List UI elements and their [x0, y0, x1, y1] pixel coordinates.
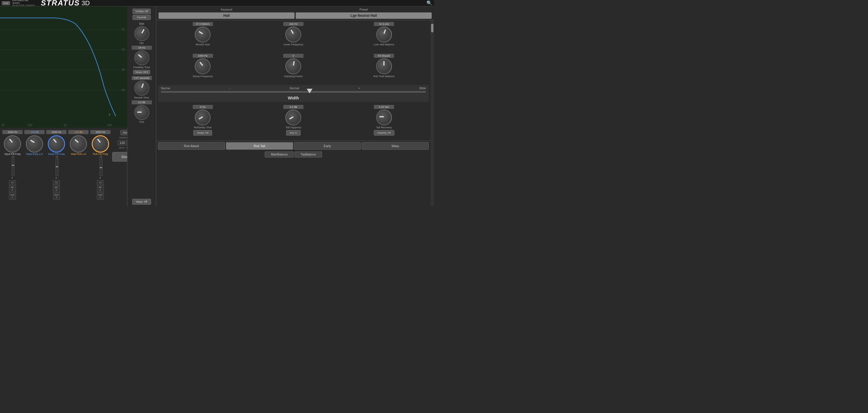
svg-text:2K: 2K [64, 124, 67, 127]
width-labels: Narrow - Normal + Wide [161, 87, 426, 90]
rvb-delay-tempo-btn[interactable]: Tempo: Off [193, 130, 212, 136]
rvb-time-balance-knob[interactable] [376, 58, 392, 74]
low-mid-value: 34 (Low) [374, 22, 394, 26]
tempo-off-button[interactable]: Tempo: Off ▾ [133, 70, 150, 74]
xover-freq-knob[interactable] [285, 27, 301, 42]
main-content: Top L Rear Top L Side Top Left Left L Si… [0, 6, 434, 206]
damping-factor-knob[interactable] [285, 58, 301, 74]
wet-mix-unit: Wet Mix [134, 22, 149, 44]
mast-rvb-label: Mast Rvb Lvl [71, 152, 86, 156]
bpm-display[interactable]: 120 [118, 140, 127, 145]
low-mid-knob[interactable] [376, 27, 392, 42]
keyword-value[interactable]: Hall [159, 12, 294, 19]
preset-bar: Keyword Hall Preset Lge Neutral Hall [156, 6, 434, 20]
rvb-12db-btn[interactable]: 12 [97, 180, 104, 185]
mast-early-knob[interactable] [26, 135, 43, 152]
wet-mix-knob[interactable] [134, 26, 149, 41]
keyword-section: Keyword Hall [159, 7, 294, 19]
rvb-filt-value: 3250 Hz [90, 130, 111, 134]
predelay-unit: 18 ms Predelay Time Tempo: Off ▾ [132, 46, 152, 75]
knobs-grid-row1: 37.0 Meters Reverb Size 440 Hz Xover Fre… [156, 20, 431, 52]
rvb-nch-btn[interactable]: Nch∨ [97, 193, 104, 200]
damp-freq-label: Damp Frequency [193, 75, 213, 78]
early-bp-btn[interactable]: BP∧ [53, 185, 60, 192]
tail-suppress-unit: 0.0 dB Tail Suppress Key: In [249, 105, 338, 139]
warp-button[interactable]: Warp: Off [132, 199, 151, 205]
svg-text:20: 20 [1, 124, 5, 127]
tab-rvb-attack[interactable]: Rvb Attack [158, 142, 225, 150]
filter-12db-btn[interactable]: 12 [9, 180, 16, 185]
reverb-size-knob[interactable] [195, 27, 211, 42]
knobs-grid-row2: 2400 Hz Damp Frequency 5 Damping Factor [156, 52, 431, 84]
tab-row: Rvb Attack Rvb Tail Early Warp [156, 141, 431, 151]
tail-suppress-key-btn[interactable]: Key: In [286, 130, 301, 136]
rvb-delay-unit: 0 ms RvbDelay Time Tempo: Off [158, 105, 247, 139]
damping-factor-value: 5 [283, 54, 304, 58]
rvb-fader[interactable] [99, 159, 102, 176]
rvb-bp-btn[interactable]: BP∧ [97, 185, 104, 192]
mix-label: Mix [140, 42, 144, 44]
reverb-time-unit: 3.07 seconds Reverb Time [132, 76, 152, 99]
mast-rvb-section: -2.0 db Mast Rvb Lvl [68, 130, 89, 156]
favorite-button[interactable]: Favorite [132, 15, 151, 20]
early-filt-section: 3250 Hz Early Filt Freq 12 6 12 BP∧ Nch∨ [46, 130, 66, 200]
rvb-delay-knob[interactable] [195, 109, 211, 126]
rvb-delay-label: RvbDelay Time [194, 126, 212, 129]
width-slider-thumb[interactable] [307, 89, 312, 93]
early-filt-label: Early Filt Freq [48, 152, 64, 156]
early-nch-btn[interactable]: Nch∨ [53, 193, 60, 200]
tab-early[interactable]: Early [294, 142, 361, 150]
xover-freq-label: Xover Frequency [283, 43, 304, 46]
tooltips-button[interactable]: Tooltips Off [132, 9, 151, 14]
predelay-knob[interactable] [134, 50, 149, 65]
search-icon[interactable]: 🔍 [427, 0, 432, 6]
sub-tab-top-balance[interactable]: TopBalance [294, 151, 322, 158]
mast-early-value: -3.0 db [24, 130, 44, 134]
rvb-time-balance-unit: 50 (Equal) Rvb Time Balance [339, 54, 429, 82]
right-panel-inner: 37.0 Meters Reverb Size 440 Hz Xover Fre… [156, 20, 434, 206]
rvb-time-balance-value: 50 (Equal) [374, 54, 394, 58]
early-12db-btn[interactable]: 12 [53, 180, 60, 185]
rvb-delay-value: 0 ms [193, 105, 213, 109]
filter-nch-btn[interactable]: Nch∨ [9, 193, 16, 200]
rvb-time-balance-label: Rvb Time Balance [374, 75, 395, 78]
tail-recovery-knob[interactable] [376, 109, 392, 126]
tail-recovery-supr-btn[interactable]: SuprErly: Off [374, 130, 395, 136]
reverb-size-label: Reverb Size [195, 43, 210, 46]
input-fader[interactable] [11, 159, 14, 176]
wide-label: Wide [419, 87, 426, 90]
early-filt-knob[interactable] [48, 135, 65, 152]
tail-recovery-label: Tail Recovery [376, 126, 392, 129]
input-filt-value: 3250 Hz [2, 130, 23, 134]
svg-text:200: 200 [28, 124, 32, 127]
low-mid-label: Low–Mid Balance [374, 43, 394, 46]
tab-warp[interactable]: Warp [362, 142, 429, 150]
tail-suppress-knob[interactable] [285, 109, 301, 126]
input-filt-knob[interactable] [4, 135, 21, 152]
reverb-time-label: Reverb Time [134, 96, 149, 99]
rvb-filt-knob[interactable] [92, 135, 109, 152]
tail-recovery-unit: 0.20 Sec Tail Recovery SuprErly: Off [339, 105, 429, 139]
tab-rvb-tail[interactable]: Rvb Tail [226, 142, 293, 150]
early-fader[interactable] [56, 159, 58, 176]
damp-freq-knob[interactable] [195, 58, 211, 74]
reverb-time-knob[interactable] [134, 81, 149, 96]
app-title-3d: 3D [82, 0, 90, 7]
width-slider-track[interactable] [161, 91, 426, 93]
svg-text:20K: 20K [107, 124, 112, 127]
sub-tab-main-balance[interactable]: MainBalance [265, 151, 294, 158]
svg-text:36: 36 [122, 68, 125, 71]
filter-bp-btn[interactable]: BP∧ [9, 185, 16, 192]
predelay-value: 18 ms [132, 46, 152, 50]
trim-knob[interactable] [134, 105, 149, 120]
width-center-label: Width [161, 96, 426, 100]
preset-header: Preset [296, 7, 432, 12]
pref-button[interactable]: Pref [2, 1, 10, 5]
preset-value[interactable]: Lge Neutral Hall [296, 12, 432, 19]
scrollbar-thumb[interactable] [431, 24, 433, 32]
mast-early-label: Mast Early Lvl [26, 152, 43, 156]
width-section: Narrow - Normal + Wide Width [158, 85, 429, 102]
input-filt-label: Input Filt Freq [4, 152, 21, 156]
mast-rvb-knob[interactable] [70, 135, 87, 152]
svg-text:12: 12 [122, 28, 125, 31]
